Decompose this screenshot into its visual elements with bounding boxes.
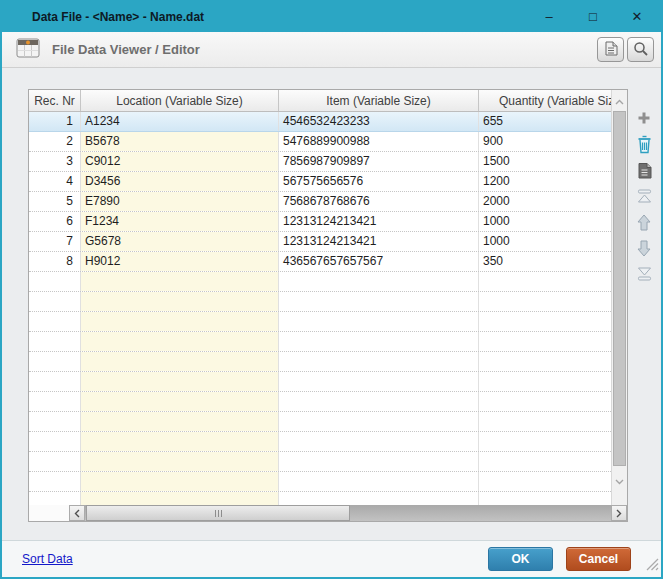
- headerbar: File Data Viewer / Editor: [2, 32, 661, 68]
- scroll-up-button[interactable]: [612, 91, 627, 108]
- cell-quantity[interactable]: 1200: [479, 172, 611, 191]
- table-row: 2 B5678 5476889900988 900: [29, 132, 611, 152]
- cell-quantity[interactable]: 900: [479, 132, 611, 151]
- table-row: 5 E7890 7568678768676 2000: [29, 192, 611, 212]
- chevron-right-icon: [616, 504, 622, 522]
- table-empty-row: [29, 272, 611, 292]
- horizontal-scrollbar[interactable]: [69, 505, 627, 521]
- cell-item[interactable]: 7568678768676: [279, 192, 479, 211]
- cell-location[interactable]: H9012: [81, 252, 279, 271]
- scrollbar-corner: [29, 505, 69, 521]
- cell-rec-nr[interactable]: 7: [29, 232, 81, 251]
- chevron-left-icon: [74, 504, 80, 522]
- cell-quantity[interactable]: 1500: [479, 152, 611, 171]
- table-row: 4 D3456 567575656576 1200: [29, 172, 611, 192]
- vertical-scroll-thumb[interactable]: [613, 111, 626, 466]
- column-header-location: Location (Variable Size): [81, 90, 279, 111]
- table-empty-row: [29, 412, 611, 432]
- table-empty-row: [29, 372, 611, 392]
- cell-location[interactable]: D3456: [81, 172, 279, 191]
- move-down-button[interactable]: [631, 240, 657, 259]
- copy-document-icon: [637, 162, 652, 182]
- text-view-button[interactable]: [597, 37, 624, 62]
- grid-body: 1 A1234 4546532423233 655 2 B5678 547688…: [29, 112, 611, 505]
- cancel-button[interactable]: Cancel: [566, 547, 631, 571]
- column-header-item: Item (Variable Size): [279, 90, 479, 111]
- scroll-right-button[interactable]: [611, 505, 627, 521]
- cell-item[interactable]: 4546532423233: [279, 112, 479, 131]
- content-area: Rec. Nr Location (Variable Size) Item (V…: [2, 68, 661, 540]
- cell-rec-nr[interactable]: 8: [29, 252, 81, 271]
- chevron-up-icon: [615, 91, 624, 109]
- cell-location[interactable]: C9012: [81, 152, 279, 171]
- table-empty-row: [29, 352, 611, 372]
- cell-quantity[interactable]: 1000: [479, 232, 611, 251]
- table-empty-row: [29, 452, 611, 472]
- cell-rec-nr[interactable]: 3: [29, 152, 81, 171]
- column-header-rec-nr: Rec. Nr: [29, 90, 81, 111]
- scroll-down-button[interactable]: [612, 471, 627, 488]
- column-header-quantity: Quantity (Variable Size): [479, 90, 611, 111]
- copy-record-button[interactable]: [631, 162, 657, 181]
- grid-header-row: Rec. Nr Location (Variable Size) Item (V…: [29, 90, 611, 112]
- cell-item[interactable]: 12313124213421: [279, 212, 479, 231]
- titlebar[interactable]: Data File - <Name> - Name.dat – □ ✕: [2, 2, 661, 32]
- table-row: 8 H9012 436567657657567 350: [29, 252, 611, 272]
- bottombar: Sort Data OK Cancel: [2, 540, 661, 577]
- table-empty-row: [29, 492, 611, 505]
- magnifier-icon: [633, 41, 648, 59]
- dialog-window: Data File - <Name> - Name.dat – □ ✕ File…: [0, 0, 663, 579]
- scroll-left-button[interactable]: [69, 505, 85, 521]
- record-toolbar: [630, 110, 658, 285]
- cell-quantity[interactable]: 2000: [479, 192, 611, 211]
- cell-rec-nr[interactable]: 5: [29, 192, 81, 211]
- cell-location[interactable]: A1234: [81, 112, 279, 131]
- table-row: 7 G5678 12313124213421 1000: [29, 232, 611, 252]
- vertical-scrollbar[interactable]: [611, 90, 627, 505]
- cell-item[interactable]: 5476889900988: [279, 132, 479, 151]
- table-row: 3 C9012 7856987909897 1500: [29, 152, 611, 172]
- minimize-button[interactable]: –: [533, 2, 565, 32]
- table-empty-row: [29, 292, 611, 312]
- window-controls: – □ ✕: [521, 2, 653, 32]
- table-row: 6 F1234 12313124213421 1000: [29, 212, 611, 232]
- page-title: File Data Viewer / Editor: [52, 42, 200, 57]
- close-button[interactable]: ✕: [621, 2, 653, 32]
- horizontal-scroll-thumb[interactable]: [86, 505, 350, 521]
- cell-quantity[interactable]: 1000: [479, 212, 611, 231]
- sort-data-link[interactable]: Sort Data: [22, 552, 73, 566]
- table-row-selected: 1 A1234 4546532423233 655: [29, 112, 611, 132]
- cell-rec-nr[interactable]: 4: [29, 172, 81, 191]
- cell-rec-nr[interactable]: 2: [29, 132, 81, 151]
- cell-rec-nr[interactable]: 1: [29, 112, 81, 131]
- cell-item[interactable]: 567575656576: [279, 172, 479, 191]
- cell-item[interactable]: 7856987909897: [279, 152, 479, 171]
- move-up-button[interactable]: [631, 214, 657, 233]
- cell-location[interactable]: E7890: [81, 192, 279, 211]
- data-table-icon: [16, 38, 40, 62]
- delete-record-button[interactable]: [631, 136, 657, 155]
- table-empty-row: [29, 392, 611, 412]
- maximize-button[interactable]: □: [577, 2, 609, 32]
- cell-location[interactable]: G5678: [81, 232, 279, 251]
- ok-button[interactable]: OK: [488, 547, 553, 571]
- chevron-down-icon: [615, 471, 624, 489]
- cell-rec-nr[interactable]: 6: [29, 212, 81, 231]
- cell-location[interactable]: F1234: [81, 212, 279, 231]
- add-record-button[interactable]: [631, 110, 657, 129]
- cell-item[interactable]: 436567657657567: [279, 252, 479, 271]
- move-to-last-button[interactable]: [631, 266, 657, 285]
- table-empty-row: [29, 432, 611, 452]
- move-to-first-button[interactable]: [631, 188, 657, 207]
- move-to-top-icon: [637, 189, 652, 206]
- cell-location[interactable]: B5678: [81, 132, 279, 151]
- search-button[interactable]: [627, 37, 654, 62]
- arrow-down-icon: [637, 240, 651, 260]
- document-lines-icon: [604, 41, 618, 59]
- resize-grip[interactable]: [646, 557, 659, 575]
- cell-item[interactable]: 12313124213421: [279, 232, 479, 251]
- cell-quantity[interactable]: 350: [479, 252, 611, 271]
- table-empty-row: [29, 312, 611, 332]
- cell-quantity[interactable]: 655: [479, 112, 611, 131]
- data-grid: Rec. Nr Location (Variable Size) Item (V…: [28, 89, 628, 522]
